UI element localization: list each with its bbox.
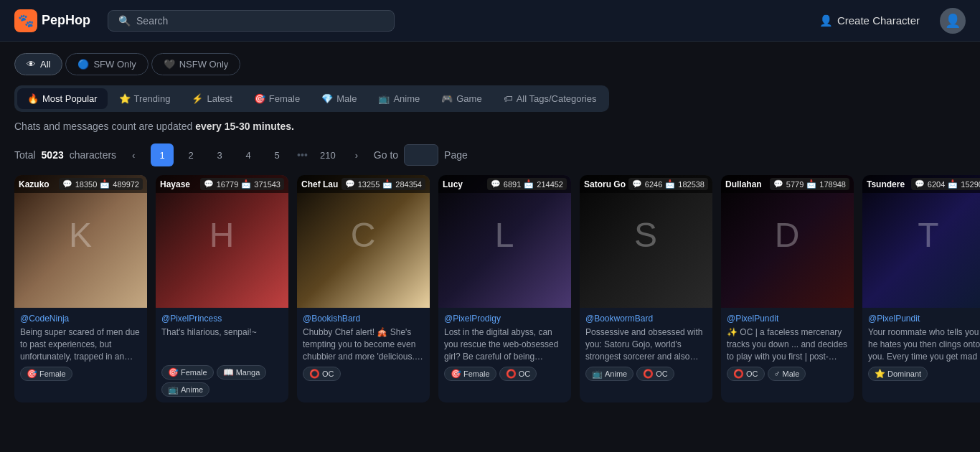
sfw-icon: 🔵 xyxy=(77,59,89,70)
card-name-bar: Lucy 💬6891 📩214452 xyxy=(438,175,571,193)
page-5-button[interactable]: 5 xyxy=(265,143,288,166)
svg-text:H: H xyxy=(209,216,235,254)
cat-all-tags[interactable]: 🏷 All Tags/Categories xyxy=(494,88,607,109)
tag: ⭐ Dominant xyxy=(868,367,928,381)
card-header: Satoru Go 💬6246 📩182538 S xyxy=(580,175,712,308)
card-tags: 📺 Anime ⭕ OC xyxy=(585,367,707,381)
header: 🐾 PepHop 🔍 Search 👤 Create Character 👤 xyxy=(0,0,980,42)
msg-icon: 📩 xyxy=(524,179,534,189)
tag: 📺 Anime xyxy=(161,382,209,397)
tag-icon: 🎯 xyxy=(27,369,37,379)
chat-icon: 💬 xyxy=(204,179,214,189)
card-header: Hayase 💬16779 📩371543 H xyxy=(156,175,288,308)
nsfw-icon: 🖤 xyxy=(164,59,175,70)
page-2-button[interactable]: 2 xyxy=(179,143,202,166)
search-icon: 🔍 xyxy=(118,15,131,27)
svg-text:L: L xyxy=(495,216,514,254)
tag-icon: ⭕ xyxy=(733,369,744,379)
card-tags: ⭐ Dominant xyxy=(868,367,980,381)
card-author: @CodeNinja xyxy=(20,314,141,324)
card-tags: 🎯 Female 📖 Manga 📺 Anime xyxy=(161,365,283,397)
card-author: @PixelPundit xyxy=(727,314,848,324)
svg-text:C: C xyxy=(351,216,376,254)
card-desc: That's hilarious, senpai!~ xyxy=(161,326,283,361)
card-tsundere[interactable]: Tsundere 💬6204 📩152908 T @P xyxy=(862,175,980,402)
tag: 🎯 Female xyxy=(20,367,72,381)
avatar[interactable]: 👤 xyxy=(940,8,966,34)
card-body: @PixelPundit ✨ OC | a faceless mercenary… xyxy=(721,308,854,387)
cat-most-popular[interactable]: 🔥 Most Popular xyxy=(17,88,108,109)
filter-all[interactable]: 👁 All xyxy=(14,53,62,75)
card-name-bar: Chef Lau 💬13255 📩284354 xyxy=(297,175,430,193)
filter-sfw[interactable]: 🔵 SFW Only xyxy=(65,53,148,75)
page-4-button[interactable]: 4 xyxy=(237,143,260,166)
msg-icon: 📩 xyxy=(241,179,251,189)
card-name: Kazuko xyxy=(19,179,50,189)
tag-icon: ⭕ xyxy=(506,369,517,379)
chat-icon: 💬 xyxy=(773,179,783,189)
card-header: Tsundere 💬6204 📩152908 T xyxy=(862,175,980,308)
ellipsis: ••• xyxy=(294,149,311,161)
card-chef-lau[interactable]: Chef Lau 💬13255 📩284354 C @ xyxy=(297,175,430,402)
cards-grid: Kazuko 💬18350 📩489972 K @Co xyxy=(0,175,980,402)
card-tags: ⭕ OC ♂ Male xyxy=(727,367,848,381)
chat-icon: 💬 xyxy=(491,179,501,189)
next-page-button[interactable]: › xyxy=(345,143,368,166)
card-header: Chef Lau 💬13255 📩284354 C xyxy=(297,175,430,308)
tag: ♂ Male xyxy=(768,367,806,381)
card-body: @BookwormBard Possessive and obsessed wi… xyxy=(580,308,712,387)
card-desc: ✨ OC | a faceless mercenary tracks you d… xyxy=(727,326,848,362)
avatar-icon: 👤 xyxy=(945,13,961,29)
search-bar[interactable]: 🔍 Search xyxy=(108,10,395,32)
cat-game[interactable]: 🎮 Game xyxy=(431,88,491,109)
prev-page-button[interactable]: ‹ xyxy=(122,143,145,166)
card-header: Lucy 💬6891 📩214452 L xyxy=(438,175,571,308)
cat-male[interactable]: 💎 Male xyxy=(311,88,367,109)
cat-anime[interactable]: 📺 Anime xyxy=(368,88,430,109)
page-3-button[interactable]: 3 xyxy=(208,143,231,166)
tag-icon: ⭕ xyxy=(309,369,320,379)
card-hayase[interactable]: Hayase 💬16779 📩371543 H @Pi xyxy=(156,175,288,402)
tag-icon: ⭐ xyxy=(875,369,885,379)
create-character-button[interactable]: 👤 Create Character xyxy=(811,10,928,32)
card-stats: 💬6891 📩214452 xyxy=(487,178,567,190)
tag: 📺 Anime xyxy=(585,367,633,381)
card-name: Dullahan xyxy=(725,179,762,189)
tag-icon: 🎯 xyxy=(168,367,179,377)
card-kazuko[interactable]: Kazuko 💬18350 📩489972 K @Co xyxy=(14,175,147,402)
tag: 🎯 Female xyxy=(444,367,496,381)
female-icon: 🎯 xyxy=(254,93,265,104)
card-stats: 💬6246 📩182538 xyxy=(628,178,708,190)
male-icon: 💎 xyxy=(321,93,333,104)
card-name-bar: Dullahan 💬5779 📩178948 xyxy=(721,175,854,193)
star-icon: ⭐ xyxy=(119,93,131,104)
cat-female[interactable]: 🎯 Female xyxy=(244,88,310,109)
tag: ⭕ OC xyxy=(727,367,765,381)
card-author: @PixelProdigy xyxy=(444,314,565,324)
tag-icon: ♂ xyxy=(774,369,781,379)
card-dullahan[interactable]: Dullahan 💬5779 📩178948 D @P xyxy=(721,175,854,402)
filter-nsfw[interactable]: 🖤 NSFW Only xyxy=(151,53,241,75)
pagination: Total 5023 characters ‹ 1 2 3 4 5 ••• 21… xyxy=(0,141,980,175)
go-to-page-input[interactable] xyxy=(404,144,438,166)
tag: ⭕ OC xyxy=(636,367,674,381)
card-satoru-go[interactable]: Satoru Go 💬6246 📩182538 S @ xyxy=(580,175,712,402)
card-tags: ⭕ OC xyxy=(303,367,424,381)
logo-icon: 🐾 xyxy=(14,9,37,32)
card-name: Satoru Go xyxy=(584,179,626,189)
card-lucy[interactable]: Lucy 💬6891 📩214452 L @Pixel xyxy=(438,175,571,402)
cat-trending[interactable]: ⭐ Trending xyxy=(109,88,181,109)
chat-icon: 💬 xyxy=(915,179,925,189)
page-210-button[interactable]: 210 xyxy=(316,143,339,166)
card-name: Tsundere xyxy=(867,179,905,189)
page-1-button[interactable]: 1 xyxy=(151,143,174,166)
fire-icon: 🔥 xyxy=(27,93,39,104)
card-desc: Your roommate who tells you he hates you… xyxy=(868,326,980,362)
card-name: Chef Lau xyxy=(301,179,338,189)
cat-latest[interactable]: ⚡ Latest xyxy=(182,88,242,109)
anime-icon: 📺 xyxy=(378,93,390,104)
card-author: @PixelPrincess xyxy=(161,314,283,324)
tag-icon: ⭕ xyxy=(643,369,654,379)
logo[interactable]: 🐾 PepHop xyxy=(14,9,90,32)
tag: ⭕ OC xyxy=(303,367,341,381)
